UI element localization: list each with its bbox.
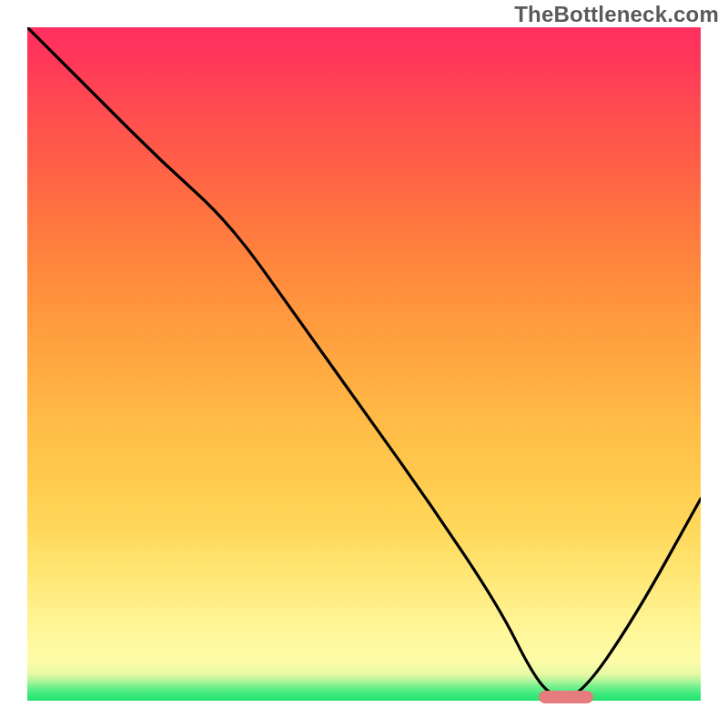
chart-container: TheBottleneck.com: [0, 0, 728, 728]
chart-marker-pill: [539, 691, 592, 703]
watermark-text: TheBottleneck.com: [514, 2, 719, 27]
chart-line-series: [27, 27, 701, 697]
chart-curve-layer: [27, 27, 701, 701]
